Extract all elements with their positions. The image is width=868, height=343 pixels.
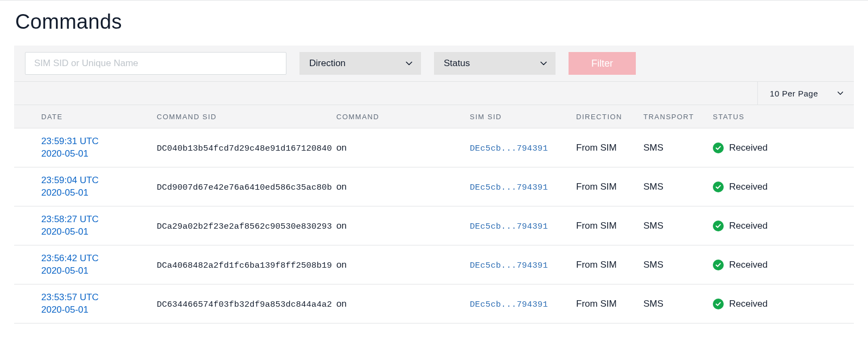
transport-value: SMS <box>643 299 663 309</box>
command-sid: DCa4068482a2fd1fc6ba139f8ff2508b19 <box>157 261 332 270</box>
page-title: Commands <box>15 10 854 34</box>
status-cell: Received <box>713 299 851 309</box>
table-row: 23:59:04 UTC 2020-05-01 DCd9007d67e42e76… <box>14 167 854 206</box>
command-value: on <box>336 221 347 231</box>
command-sid: DCa29a02b2f23e2af8562c90530e830293 <box>157 222 332 231</box>
status-label: Received <box>729 299 768 309</box>
filter-bar: Direction Status Filter <box>14 46 854 81</box>
direction-value: From SIM <box>576 260 617 270</box>
date-value: 2020-05-01 <box>41 304 150 316</box>
transport-value: SMS <box>643 260 663 270</box>
col-header-sim-sid: SIM SID <box>467 113 573 121</box>
date-value: 2020-05-01 <box>41 226 150 238</box>
direction-value: From SIM <box>576 221 617 231</box>
chevron-down-icon <box>405 59 413 68</box>
sim-sid-link[interactable]: DEc5cb...794391 <box>470 261 548 270</box>
status-label: Received <box>729 221 768 231</box>
time-value: 23:58:27 UTC <box>41 213 150 226</box>
date-value: 2020-05-01 <box>41 187 150 199</box>
command-value: on <box>336 182 347 192</box>
command-sid: DC634466574f03fb32df9a853dc844a4a2 <box>157 300 332 309</box>
direction-select-label: Direction <box>309 58 346 69</box>
transport-value: SMS <box>643 221 663 231</box>
table-row: 23:59:31 UTC 2020-05-01 DC040b13b54fcd7d… <box>14 128 854 167</box>
status-cell: Received <box>713 182 851 192</box>
check-circle-icon <box>713 260 724 270</box>
per-page-select[interactable]: 10 Per Page <box>757 82 854 105</box>
per-page-label: 10 Per Page <box>770 89 818 98</box>
status-cell: Received <box>713 221 851 231</box>
sim-sid-link[interactable]: DEc5cb...794391 <box>470 222 548 231</box>
table-row: 23:58:27 UTC 2020-05-01 DCa29a02b2f23e2a… <box>14 206 854 245</box>
command-sid: DC040b13b54fcd7d29c48e91d167120840 <box>157 144 332 153</box>
search-input-wrap <box>25 52 286 75</box>
time-value: 23:56:42 UTC <box>41 253 150 265</box>
transport-value: SMS <box>643 143 663 153</box>
filter-button-label: Filter <box>591 58 613 69</box>
direction-value: From SIM <box>576 182 617 192</box>
status-label: Received <box>729 182 768 192</box>
table-body: 23:59:31 UTC 2020-05-01 DC040b13b54fcd7d… <box>14 128 854 323</box>
status-select-label: Status <box>444 58 470 69</box>
command-sid: DCd9007d67e42e76a6410ed586c35ac80b <box>157 183 332 192</box>
status-cell: Received <box>713 143 851 153</box>
check-circle-icon <box>713 299 724 309</box>
sim-sid-link[interactable]: DEc5cb...794391 <box>470 183 548 192</box>
transport-value: SMS <box>643 182 663 192</box>
col-header-date: DATE <box>38 113 154 121</box>
date-value: 2020-05-01 <box>41 265 150 277</box>
col-header-transport: TRANSPORT <box>640 113 710 121</box>
date-link[interactable]: 23:56:42 UTC 2020-05-01 <box>41 253 150 277</box>
time-value: 23:59:31 UTC <box>41 135 150 148</box>
col-header-command: COMMAND <box>333 113 467 121</box>
date-value: 2020-05-01 <box>41 148 150 160</box>
per-page-bar: 10 Per Page <box>14 81 854 105</box>
command-value: on <box>336 260 347 270</box>
table-header: DATE COMMAND SID COMMAND SIM SID DIRECTI… <box>14 105 854 128</box>
sim-sid-link[interactable]: DEc5cb...794391 <box>470 300 548 309</box>
sim-sid-search-input[interactable] <box>33 57 278 69</box>
status-cell: Received <box>713 260 851 270</box>
col-header-direction: DIRECTION <box>573 113 640 121</box>
date-link[interactable]: 23:59:04 UTC 2020-05-01 <box>41 174 150 199</box>
table-row: 23:53:57 UTC 2020-05-01 DC634466574f03fb… <box>14 284 854 323</box>
chevron-down-icon <box>837 89 844 97</box>
check-circle-icon <box>713 221 724 231</box>
direction-select[interactable]: Direction <box>299 52 421 75</box>
direction-value: From SIM <box>576 143 617 153</box>
time-value: 23:53:57 UTC <box>41 292 150 304</box>
date-link[interactable]: 23:53:57 UTC 2020-05-01 <box>41 292 150 316</box>
sim-sid-link[interactable]: DEc5cb...794391 <box>470 144 548 153</box>
date-link[interactable]: 23:59:31 UTC 2020-05-01 <box>41 135 150 160</box>
filter-button[interactable]: Filter <box>569 52 636 75</box>
check-circle-icon <box>713 182 724 192</box>
status-select[interactable]: Status <box>434 52 556 75</box>
col-header-command-sid: COMMAND SID <box>154 113 333 121</box>
chevron-down-icon <box>539 59 548 68</box>
command-value: on <box>336 299 347 309</box>
command-value: on <box>336 143 347 153</box>
status-label: Received <box>729 143 768 153</box>
date-link[interactable]: 23:58:27 UTC 2020-05-01 <box>41 213 150 238</box>
status-label: Received <box>729 260 768 270</box>
direction-value: From SIM <box>576 299 617 309</box>
table-row: 23:56:42 UTC 2020-05-01 DCa4068482a2fd1f… <box>14 245 854 284</box>
col-header-status: STATUS <box>710 113 854 121</box>
check-circle-icon <box>713 143 724 153</box>
time-value: 23:59:04 UTC <box>41 174 150 187</box>
